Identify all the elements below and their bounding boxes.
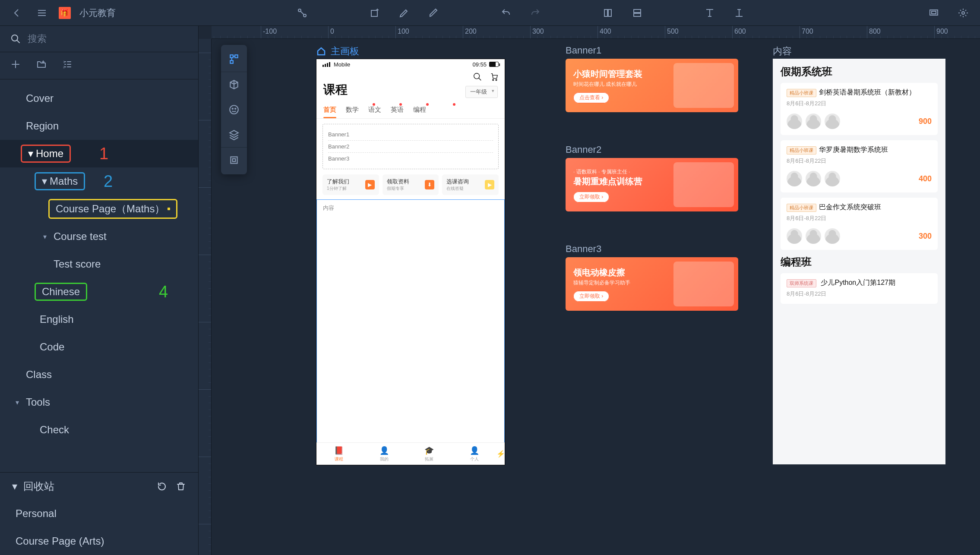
tool-tree-icon[interactable] bbox=[221, 47, 247, 72]
sidebar-bottom-item[interactable]: Course Page (Arts) bbox=[0, 527, 198, 555]
banner-placeholder-list: Banner1Banner2Banner3 bbox=[322, 124, 499, 169]
connection-icon[interactable] bbox=[294, 5, 310, 21]
tool-layers-icon[interactable] bbox=[221, 122, 247, 147]
subject-tab[interactable]: 首页 bbox=[323, 106, 336, 114]
content-artboard-title[interactable]: 内容 bbox=[773, 45, 976, 58]
subject-tab[interactable]: 语文 bbox=[368, 106, 381, 114]
add-frame-icon[interactable] bbox=[367, 5, 383, 21]
search-input[interactable] bbox=[28, 33, 188, 44]
banner-placeholder[interactable]: Banner2 bbox=[328, 141, 493, 153]
topbar: 🎁 小元教育 bbox=[0, 0, 980, 26]
tree-item[interactable]: Cover bbox=[0, 85, 198, 112]
tool-frame-icon[interactable] bbox=[221, 148, 247, 173]
action-card[interactable]: 了解我们1分钟了解▶ bbox=[322, 174, 379, 195]
banner-placeholder[interactable]: Banner1 bbox=[328, 129, 493, 141]
tree-item[interactable]: Course Page（Maths）3 bbox=[0, 195, 198, 223]
svg-rect-20 bbox=[233, 159, 236, 162]
delete-icon[interactable] bbox=[176, 481, 186, 492]
project-name: 小元教育 bbox=[79, 7, 116, 19]
banner-artboard[interactable]: · 语数双科 · 专属班主任 ·暑期重难点训练营立即领取 › bbox=[566, 158, 738, 211]
action-card[interactable]: 选课咨询在线答疑▶ bbox=[442, 174, 499, 195]
tree-item[interactable]: Check bbox=[0, 416, 198, 444]
action-row: 了解我们1分钟了解▶领取资料假期专享⬇选课咨询在线答疑▶ bbox=[316, 174, 505, 199]
banner-artboard-title[interactable]: Banner1 bbox=[566, 45, 601, 56]
content-artboard[interactable]: 假期系统班 精品小班课剑桥英语暑期系统班（新教材） 8月6日-8月22日 900… bbox=[773, 59, 945, 464]
subject-tab[interactable]: 编程 bbox=[413, 106, 426, 114]
tree-item[interactable]: Region bbox=[0, 112, 198, 140]
tree-item[interactable]: ▾ Maths2 bbox=[0, 167, 198, 195]
redo-icon[interactable] bbox=[527, 5, 544, 21]
svg-point-9 bbox=[962, 12, 964, 14]
align-h-icon[interactable] bbox=[600, 5, 616, 21]
tree-item[interactable]: ▾Course test bbox=[0, 223, 198, 250]
bolt-icon[interactable]: ⚡ bbox=[497, 443, 505, 465]
restore-icon[interactable] bbox=[157, 481, 167, 492]
subject-tab[interactable]: 英语 bbox=[391, 106, 404, 114]
svg-rect-19 bbox=[231, 157, 237, 163]
svg-rect-7 bbox=[930, 10, 938, 15]
page-title: 课程 bbox=[323, 82, 348, 98]
banner-artboard[interactable]: 领电动橡皮擦猿辅导定制必备学习助手立即领取 › bbox=[566, 257, 738, 311]
canvas[interactable]: 主画板 Mobile 09:55 bbox=[212, 39, 980, 555]
course-card[interactable]: 精品小班课剑桥英语暑期系统班（新教材） 8月6日-8月22日 900 bbox=[781, 83, 938, 135]
tool-cube-icon[interactable] bbox=[221, 72, 247, 97]
search-icon[interactable] bbox=[10, 34, 21, 44]
main-artboard-title[interactable]: 主画板 bbox=[316, 45, 359, 58]
add-folder-icon[interactable] bbox=[36, 59, 47, 72]
subject-tab[interactable]: 数学 bbox=[346, 106, 359, 114]
svg-point-21 bbox=[474, 73, 480, 79]
pen-icon[interactable] bbox=[396, 5, 412, 21]
svg-rect-6 bbox=[634, 13, 641, 16]
svg-rect-8 bbox=[932, 11, 936, 14]
tree-item[interactable]: Test score bbox=[0, 250, 198, 278]
tabbar-item[interactable]: 👤个人 bbox=[452, 443, 497, 465]
add-page-icon[interactable] bbox=[10, 59, 21, 72]
undo-icon[interactable] bbox=[498, 5, 514, 21]
banner-placeholder[interactable]: Banner3 bbox=[328, 153, 493, 164]
tabbar-item[interactable]: 🎓拓展 bbox=[407, 443, 452, 465]
project-icon: 🎁 bbox=[59, 7, 71, 19]
trash-row[interactable]: ▾ 回收站 bbox=[0, 472, 198, 500]
svg-point-18 bbox=[235, 108, 236, 109]
distribute-top-icon[interactable] bbox=[702, 5, 718, 21]
tree-item[interactable]: ▾Tools bbox=[0, 388, 198, 416]
settings-icon[interactable] bbox=[955, 5, 971, 21]
cart-icon[interactable] bbox=[489, 72, 499, 82]
menu-icon[interactable] bbox=[34, 5, 50, 21]
ruler-horizontal: -200-10001002003004005006007008009001000… bbox=[212, 26, 980, 39]
back-icon[interactable] bbox=[9, 5, 25, 21]
tree-item[interactable]: Chinese4 bbox=[0, 278, 198, 306]
svg-rect-14 bbox=[235, 55, 238, 58]
section-title: 假期系统班 bbox=[781, 65, 938, 79]
list-icon[interactable]: 12 bbox=[62, 59, 73, 72]
action-card[interactable]: 领取资料假期专享⬇ bbox=[383, 174, 439, 195]
preview-icon[interactable] bbox=[926, 5, 942, 21]
pencil-icon[interactable] bbox=[425, 5, 442, 21]
banner-artboard-title[interactable]: Banner2 bbox=[566, 144, 601, 155]
tree-item[interactable]: Class bbox=[0, 361, 198, 388]
banner-artboard[interactable]: 小猿时间管理套装时间花在哪儿 成长就在哪儿点击查看 › bbox=[566, 59, 738, 112]
distribute-bottom-icon[interactable] bbox=[731, 5, 747, 21]
align-v-icon[interactable] bbox=[629, 5, 645, 21]
tool-emoji-icon[interactable] bbox=[221, 97, 247, 122]
svg-text:1: 1 bbox=[63, 60, 65, 64]
course-card[interactable]: 精品小班课巴金作文系统突破班 8月6日-8月22日 300 bbox=[781, 198, 938, 250]
tabbar: 📕课程👤我的🎓拓展👤个人⚡ bbox=[316, 442, 505, 465]
search-icon[interactable] bbox=[473, 72, 482, 82]
trash-label: 回收站 bbox=[23, 479, 54, 493]
grade-select[interactable]: 一年级 bbox=[465, 86, 498, 98]
tabbar-item[interactable]: 📕课程 bbox=[316, 443, 362, 465]
tabbar-item[interactable]: 👤我的 bbox=[362, 443, 407, 465]
tool-column bbox=[221, 45, 247, 174]
course-card[interactable]: 双师系统课 少儿Python入门第127期 8月6日-8月22日 bbox=[781, 273, 938, 304]
course-card[interactable]: 精品小班课华罗庚暑期数学系统班 8月6日-8月22日 400 bbox=[781, 140, 938, 192]
tree-item[interactable]: Code bbox=[0, 333, 198, 361]
tree-item[interactable]: ▾ Home1 bbox=[0, 140, 198, 167]
banner-artboard-title[interactable]: Banner3 bbox=[566, 243, 601, 255]
svg-rect-13 bbox=[230, 55, 233, 58]
sidebar-bottom-item[interactable]: Personal bbox=[0, 500, 198, 527]
svg-rect-15 bbox=[230, 60, 233, 63]
home-icon bbox=[316, 46, 326, 57]
tree-item[interactable]: English bbox=[0, 306, 198, 333]
phone-artboard[interactable]: Mobile 09:55 课程 一年级 bbox=[316, 59, 505, 465]
